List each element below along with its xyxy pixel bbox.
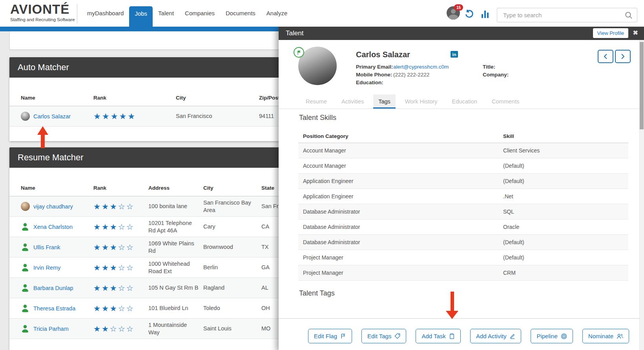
talent-name-link[interactable]: vijay chaudhary (33, 203, 73, 210)
column-header: Position Category (303, 133, 503, 139)
position-category-cell: Project Manager (303, 254, 503, 261)
contact-field: Primary Email:alert@cypresshcm.c0m (356, 63, 449, 71)
column-header: Skill (503, 133, 628, 139)
nav-item-talent[interactable]: Talent (153, 0, 179, 27)
talent-skills-table: Position CategorySkill Account ManagerCl… (298, 133, 628, 281)
skill-cell: (Default) (503, 163, 628, 169)
panel-title: Talent (279, 26, 644, 40)
edit-flag-button[interactable]: Edit Flag (308, 329, 352, 343)
button-label: Nominate (588, 333, 613, 339)
skill-cell: .Net (503, 193, 628, 199)
button-label: Edit Flag (314, 333, 337, 339)
nav-item-mydashboard[interactable]: myDashboard (82, 0, 129, 27)
talent-name-link[interactable]: Tricia Parham (33, 326, 69, 332)
logo-separator (77, 4, 77, 24)
user-avatar[interactable]: 15 (447, 6, 460, 20)
talent-name-link[interactable]: Irvin Remy (33, 265, 60, 271)
person-avatar-icon (21, 243, 30, 252)
person-avatar-icon (21, 324, 30, 333)
address-cell: 100 bonita lane (148, 203, 203, 210)
field-label: Company: (483, 72, 512, 78)
position-category-cell: Database Administrator (303, 224, 503, 230)
address-cell: 1000 Whitehead Road Ext (148, 260, 203, 275)
logo-title: AVIONTÉ (10, 2, 75, 16)
address-cell: 1069 White Plains Rd (148, 240, 203, 255)
nav-item-analyze[interactable]: Analyze (261, 0, 293, 27)
flag-icon (340, 333, 346, 339)
scrollbar[interactable] (639, 40, 644, 350)
app-root: AVIONTÉ Staffing and Recruiting Software… (0, 0, 644, 350)
main-nav: myDashboardJobsTalentCompaniesDocumentsA… (82, 0, 293, 31)
skill-cell: Client Services (503, 147, 628, 154)
tab-activities[interactable]: Activities (336, 94, 369, 109)
contact-info: Primary Email:alert@cypresshcm.c0mMobile… (356, 63, 449, 86)
tag-icon (394, 333, 400, 339)
close-icon[interactable]: ✖ (633, 29, 638, 36)
nav-item-jobs[interactable]: Jobs (129, 6, 153, 31)
rank-stars: ★★★☆☆ (93, 243, 135, 252)
nav-item-companies[interactable]: Companies (179, 0, 220, 27)
global-search (497, 8, 637, 22)
field-value: (222) 222-2222 (393, 72, 429, 78)
field-label: Education: (356, 80, 393, 85)
column-header: Rank (93, 185, 148, 191)
top-nav: AVIONTÉ Staffing and Recruiting Software… (0, 0, 644, 27)
linkedin-icon[interactable]: in (451, 51, 458, 58)
rank-stars: ★★★★★ (93, 112, 136, 121)
view-profile-button[interactable]: View Profile (593, 28, 628, 38)
column-header: City (203, 185, 261, 191)
talent-name-link[interactable]: Xena Charlston (33, 224, 73, 230)
talent-action-bar: Edit FlagEdit TagsAdd TaskAdd ActivityPi… (279, 318, 644, 350)
people-icon (617, 334, 623, 339)
rank-cell: ★★★☆☆ (93, 222, 148, 232)
talent-name-link[interactable]: Barbara Dunlap (33, 285, 73, 291)
chart-icon[interactable] (482, 10, 489, 18)
avatar (21, 112, 30, 121)
talent-tags-heading: Talent Tags (299, 289, 335, 297)
flag-status-icon[interactable] (294, 47, 304, 58)
add-activity-button[interactable]: Add Activity (470, 329, 522, 343)
tab-resume[interactable]: Resume (301, 94, 332, 109)
tab-comments[interactable]: Comments (487, 94, 524, 109)
notification-badge[interactable]: 15 (454, 4, 463, 11)
edit-tags-button[interactable]: Edit Tags (361, 329, 406, 343)
talent-name-link[interactable]: Ullis Frank (33, 244, 60, 250)
button-label: Add Task (421, 333, 445, 339)
logo[interactable]: AVIONTÉ Staffing and Recruiting Software (10, 2, 75, 22)
pencil-icon (509, 333, 515, 339)
skills-row: Project Manager(Default) (298, 250, 628, 265)
position-category-cell: Account Manager (303, 163, 503, 169)
email-link[interactable]: alert@cypresshcm.c0m (393, 64, 449, 70)
undo-icon[interactable] (464, 9, 474, 19)
tab-tags[interactable]: Tags (373, 94, 396, 109)
button-label: Edit Tags (367, 333, 391, 339)
button-label: Pipeline (536, 333, 557, 339)
address-cell: 101 Bluebird Ln (148, 305, 203, 312)
city-cell: Brownwood (203, 243, 261, 251)
job-field: Company: (483, 71, 512, 78)
search-icon[interactable] (624, 11, 633, 20)
talent-panel: Talent View Profile ✖ Carlos Salazar in … (279, 26, 644, 350)
prev-record-button[interactable] (598, 50, 613, 63)
talent-name-link[interactable]: Carlos Salazar (33, 113, 71, 120)
scrollbar-thumb[interactable] (640, 42, 644, 129)
skills-row: Application Engineer.Net (298, 189, 628, 204)
position-category-cell: Application Engineer (303, 193, 503, 199)
field-label: Title: (483, 64, 512, 70)
annotation-arrow-down (446, 292, 459, 319)
tab-education[interactable]: Education (447, 94, 483, 109)
talent-name-link[interactable]: Theresa Estrada (33, 305, 75, 312)
next-record-button[interactable] (615, 50, 631, 63)
rank-cell: ★★☆☆☆ (93, 324, 148, 334)
search-input[interactable] (497, 8, 637, 22)
rank-cell: ★★★☆☆ (93, 243, 148, 252)
nominate-button[interactable]: Nominate (582, 329, 629, 343)
add-task-button[interactable]: Add Task (416, 329, 460, 343)
nav-item-documents[interactable]: Documents (220, 0, 261, 27)
avatar (21, 202, 30, 211)
logo-subtitle: Staffing and Recruiting Software (10, 17, 75, 22)
talent-name: Carlos Salazar (356, 50, 410, 59)
tab-work-history[interactable]: Work History (400, 94, 443, 109)
pipeline-button[interactable]: Pipeline (531, 329, 573, 343)
column-header: Rank (93, 95, 176, 101)
